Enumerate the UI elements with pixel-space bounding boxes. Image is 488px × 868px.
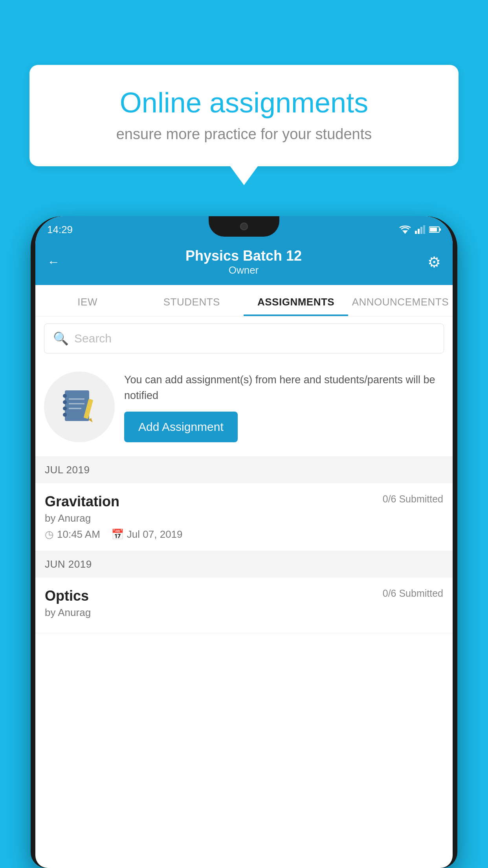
battery-icon [429,226,441,233]
svg-point-10 [63,400,67,404]
assignment-title-optics: Optics [45,588,89,604]
speech-bubble-title: Online assignments [53,86,435,119]
assignment-meta-gravitation: ◷ 10:45 AM 📅 Jul 07, 2019 [45,528,443,541]
svg-point-12 [63,413,67,417]
assignment-date: Jul 07, 2019 [127,528,183,541]
phone-screen: 14:29 [35,216,453,868]
tab-assignments[interactable]: ASSIGNMENTS [244,285,348,316]
search-icon: 🔍 [53,331,69,346]
status-time: 14:29 [47,221,73,236]
assignment-item-optics[interactable]: Optics 0/6 Submitted by Anurag [35,577,453,633]
tab-overview[interactable]: IEW [35,285,139,316]
assignment-submitted-optics: 0/6 Submitted [383,588,443,599]
svg-rect-7 [440,228,441,231]
header-batch-name: Physics Batch 12 [60,248,427,264]
back-button[interactable]: ← [47,255,60,269]
info-card: You can add assignment(s) from here and … [35,360,453,457]
speech-bubble: Online assignments ensure more practice … [29,65,459,166]
status-icons [399,223,441,234]
assignment-time: 10:45 AM [57,528,100,541]
assignment-by-optics: by Anurag [45,607,443,619]
svg-rect-1 [415,231,417,234]
calendar-icon: 📅 [111,528,124,541]
content-area: 🔍 Search [35,316,453,633]
assignment-top-row: Gravitation 0/6 Submitted [45,493,443,510]
clock-icon: ◷ [45,528,54,541]
assignment-item-gravitation[interactable]: Gravitation 0/6 Submitted by Anurag ◷ 10… [35,483,453,551]
tab-announcements[interactable]: ANNOUNCEMENTS [348,285,453,316]
assignment-by-gravitation: by Anurag [45,512,443,524]
assignment-submitted-gravitation: 0/6 Submitted [383,493,443,505]
svg-rect-6 [430,228,437,232]
assignment-title-gravitation: Gravitation [45,493,119,510]
settings-icon[interactable]: ⚙ [427,254,441,271]
phone-frame: 14:29 [31,216,457,868]
notch [209,216,279,237]
svg-rect-2 [418,229,420,234]
assignment-top-row-optics: Optics 0/6 Submitted [45,588,443,604]
assignment-date-item: 📅 Jul 07, 2019 [111,528,183,541]
signal-icon [415,225,425,234]
assignment-time-item: ◷ 10:45 AM [45,528,100,541]
svg-marker-0 [402,230,408,234]
search-box[interactable]: 🔍 Search [44,324,444,353]
add-assignment-button[interactable]: Add Assignment [124,412,238,442]
svg-point-9 [63,394,67,398]
header-batch-role: Owner [60,264,427,276]
wifi-icon [399,225,411,234]
tab-students[interactable]: STUDENTS [139,285,244,316]
svg-rect-3 [420,227,422,234]
speech-bubble-container: Online assignments ensure more practice … [29,65,459,166]
svg-rect-4 [423,225,425,234]
search-placeholder: Search [74,332,112,345]
info-icon-circle [44,371,115,442]
header-title-group: Physics Batch 12 Owner [60,248,427,276]
info-description: You can add assignment(s) from here and … [124,372,444,404]
month-header-jul: JUL 2019 [35,457,453,483]
notebook-icon [62,387,97,427]
tabs-bar: IEW STUDENTS ASSIGNMENTS ANNOUNCEMENTS [35,285,453,316]
speech-bubble-subtitle: ensure more practice for your students [53,126,435,143]
app-header: ← Physics Batch 12 Owner ⚙ [35,241,453,285]
month-header-jun: JUN 2019 [35,551,453,577]
search-container: 🔍 Search [35,316,453,360]
svg-point-11 [63,406,67,410]
info-text-area: You can add assignment(s) from here and … [124,372,444,442]
front-camera [240,223,248,230]
